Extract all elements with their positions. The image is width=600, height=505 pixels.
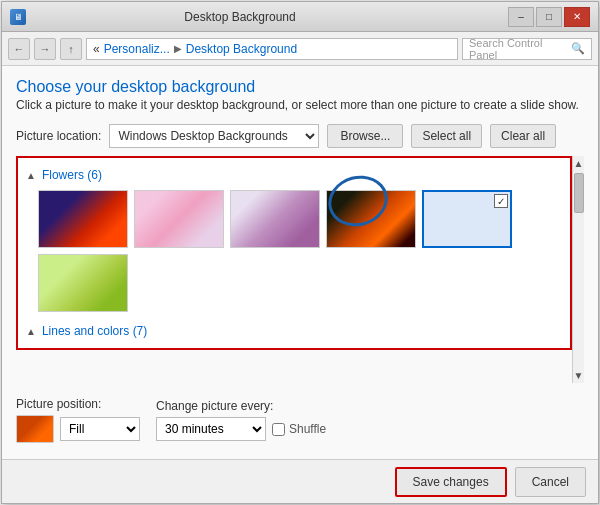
selected-checkmark: ✓ — [494, 194, 508, 208]
gallery-container: ▲ Flowers (6) ✓ — [16, 156, 572, 350]
browse-button[interactable]: Browse... — [327, 124, 403, 148]
gallery-item-6[interactable] — [38, 254, 128, 312]
breadcrumb-link-personalize[interactable]: Personaliz... — [104, 42, 170, 56]
desktop-background-window: 🖥 Desktop Background – □ ✕ ← → ↑ « Perso… — [1, 1, 599, 504]
titlebar-controls: – □ ✕ — [508, 7, 590, 27]
gallery-item-2[interactable] — [134, 190, 224, 248]
search-placeholder: Search Control Panel — [469, 37, 571, 61]
forward-button[interactable]: → — [34, 38, 56, 60]
shuffle-checkbox[interactable] — [272, 423, 285, 436]
scrollbar[interactable]: ▲ ▼ — [572, 156, 584, 383]
change-picture-group: Change picture every: 30 minutes Shuffle — [156, 399, 326, 441]
back-button[interactable]: ← — [8, 38, 30, 60]
change-picture-label: Change picture every: — [156, 399, 326, 413]
minimize-button[interactable]: – — [508, 7, 534, 27]
change-picture-select[interactable]: 30 minutes — [156, 417, 266, 441]
position-group: Picture position: Fill — [16, 397, 140, 443]
gallery-inner: ▲ Flowers (6) ✓ — [16, 156, 572, 383]
select-all-button[interactable]: Select all — [411, 124, 482, 148]
change-picture-row: 30 minutes Shuffle — [156, 417, 326, 441]
picture-location-label: Picture location: — [16, 129, 101, 143]
gallery-item-4[interactable] — [326, 190, 416, 248]
addressbar: ← → ↑ « Personaliz... ▶ Desktop Backgrou… — [2, 32, 598, 66]
footer: Save changes Cancel — [2, 459, 598, 503]
gallery-group-flowers-header[interactable]: ▲ Flowers (6) — [24, 164, 564, 186]
position-select[interactable]: Fill — [60, 417, 140, 441]
breadcrumb-prefix: « — [93, 42, 100, 56]
maximize-button[interactable]: □ — [536, 7, 562, 27]
position-thumbnail — [16, 415, 54, 443]
gallery-item-3[interactable] — [230, 190, 320, 248]
position-label: Picture position: — [16, 397, 140, 411]
gallery-item-1[interactable] — [38, 190, 128, 248]
clear-all-button[interactable]: Clear all — [490, 124, 556, 148]
breadcrumb: « Personaliz... ▶ Desktop Background — [86, 38, 458, 60]
scrollbar-thumb[interactable] — [574, 173, 584, 213]
shuffle-row: Shuffle — [272, 422, 326, 436]
page-subtitle: Click a picture to make it your desktop … — [16, 98, 584, 112]
breadcrumb-link-desktop-bg[interactable]: Desktop Background — [186, 42, 297, 56]
gallery-group2-label: Lines and colors (7) — [42, 324, 147, 338]
gallery-grid-flowers: ✓ — [24, 186, 564, 320]
window-title: Desktop Background — [32, 10, 448, 24]
search-bar[interactable]: Search Control Panel 🔍 — [462, 38, 592, 60]
picture-location-row: Picture location: Windows Desktop Backgr… — [16, 124, 584, 148]
position-row: Fill — [16, 415, 140, 443]
close-button[interactable]: ✕ — [564, 7, 590, 27]
breadcrumb-separator: ▶ — [174, 43, 182, 54]
gallery-section: ▲ Flowers (6) ✓ — [16, 156, 584, 383]
save-changes-button[interactable]: Save changes — [395, 467, 507, 497]
scroll-down-btn[interactable]: ▼ — [574, 370, 584, 381]
titlebar: 🖥 Desktop Background – □ ✕ — [2, 2, 598, 32]
group1-arrow: ▲ — [26, 170, 36, 181]
gallery-item-5[interactable]: ✓ — [422, 190, 512, 248]
page-title: Choose your desktop background — [16, 78, 584, 96]
picture-location-select[interactable]: Windows Desktop Backgrounds — [109, 124, 319, 148]
gallery-group-lines-header[interactable]: ▲ Lines and colors (7) — [24, 320, 564, 342]
content-area: Choose your desktop background Click a p… — [2, 66, 598, 459]
up-button[interactable]: ↑ — [60, 38, 82, 60]
bottom-controls: Picture position: Fill Change picture ev… — [16, 391, 584, 447]
shuffle-label: Shuffle — [289, 422, 326, 436]
window-icon: 🖥 — [10, 9, 26, 25]
window-body: Choose your desktop background Click a p… — [2, 66, 598, 459]
group2-arrow: ▲ — [26, 326, 36, 337]
scroll-up-btn[interactable]: ▲ — [574, 158, 584, 169]
search-icon: 🔍 — [571, 42, 585, 55]
gallery-group1-label: Flowers (6) — [42, 168, 102, 182]
cancel-button[interactable]: Cancel — [515, 467, 586, 497]
